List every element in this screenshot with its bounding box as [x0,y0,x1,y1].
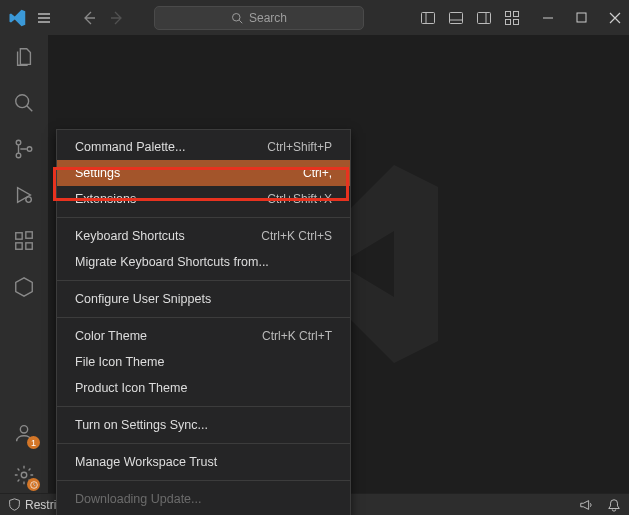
svg-rect-16 [26,243,32,249]
search-icon[interactable] [12,91,36,115]
menu-item[interactable]: File Icon Theme [57,349,350,375]
menu-separator [57,217,350,218]
svg-point-0 [232,13,240,21]
search-icon [231,12,243,24]
menu-item[interactable]: Turn on Settings Sync... [57,412,350,438]
app-menu-icon[interactable] [36,10,52,26]
svg-rect-3 [478,12,491,23]
svg-rect-8 [577,13,586,22]
menu-item-label: Keyboard Shortcuts [75,229,185,243]
window-controls [542,12,621,24]
menu-item-label: Command Palette... [75,140,185,154]
shield-icon [8,498,21,511]
menu-item[interactable]: Command Palette...Ctrl+Shift+P [57,134,350,160]
command-center-search[interactable]: Search [154,6,364,30]
svg-rect-1 [422,12,435,23]
customize-layout-icon[interactable] [504,10,520,26]
svg-point-9 [16,95,29,108]
title-bar: Search [0,0,629,35]
menu-separator [57,443,350,444]
menu-item[interactable]: Manage Workspace Trust [57,449,350,475]
toggle-secondary-sidebar-icon[interactable] [476,10,492,26]
source-control-icon[interactable] [12,137,36,161]
extensions-icon[interactable] [12,229,36,253]
menu-item-label: Product Icon Theme [75,381,187,395]
nav-arrows [80,10,126,26]
vscode-logo-icon [8,9,26,27]
svg-rect-14 [16,233,22,239]
title-bar-left: Search [8,6,364,30]
maximize-icon[interactable] [576,12,587,23]
menu-item[interactable]: Product Icon Theme [57,375,350,401]
svg-point-11 [16,153,21,158]
menu-item-label: File Icon Theme [75,355,164,369]
toggle-panel-icon[interactable] [448,10,464,26]
activity-bar: 1 [0,35,48,493]
accounts-badge: 1 [27,436,40,449]
toggle-primary-sidebar-icon[interactable] [420,10,436,26]
bell-icon [607,498,621,512]
menu-item-label: Migrate Keyboard Shortcuts from... [75,255,269,269]
accounts-icon[interactable]: 1 [12,421,36,445]
manage-update-badge [27,478,40,491]
menu-item[interactable]: Color ThemeCtrl+K Ctrl+T [57,323,350,349]
close-icon[interactable] [609,12,621,24]
menu-separator [57,280,350,281]
svg-point-12 [27,147,32,152]
minimize-icon[interactable] [542,12,554,24]
menu-item-shortcut: Ctrl+, [303,166,332,180]
menu-item-label: Color Theme [75,329,147,343]
tabnine-icon[interactable] [12,275,36,299]
menu-item[interactable]: Migrate Keyboard Shortcuts from... [57,249,350,275]
menu-item-shortcut: Ctrl+K Ctrl+S [261,229,332,243]
menu-item[interactable]: Configure User Snippets [57,286,350,312]
menu-item-label: Manage Workspace Trust [75,455,217,469]
svg-rect-7 [514,19,519,24]
manage-gear-icon[interactable] [12,463,36,487]
menu-item[interactable]: Keyboard ShortcutsCtrl+K Ctrl+S [57,223,350,249]
search-placeholder: Search [249,11,287,25]
megaphone-icon [579,498,593,512]
svg-point-19 [21,472,27,478]
svg-rect-2 [450,12,463,23]
menu-item-label: Configure User Snippets [75,292,211,306]
svg-point-13 [26,197,32,203]
svg-rect-4 [506,11,511,16]
svg-point-18 [20,426,27,433]
menu-item-shortcut: Ctrl+Shift+P [267,140,332,154]
status-notifications[interactable] [607,498,621,512]
menu-item-label: Turn on Settings Sync... [75,418,208,432]
menu-item[interactable]: ExtensionsCtrl+Shift+X [57,186,350,212]
menu-separator [57,480,350,481]
menu-item[interactable]: SettingsCtrl+, [57,160,350,186]
svg-rect-17 [26,232,32,238]
svg-rect-6 [506,19,511,24]
menu-separator [57,317,350,318]
status-feedback[interactable] [579,498,593,512]
menu-item-shortcut: Ctrl+Shift+X [267,192,332,206]
nav-forward-icon[interactable] [110,10,126,26]
menu-item-shortcut: Ctrl+K Ctrl+T [262,329,332,343]
svg-rect-15 [16,243,22,249]
run-debug-icon[interactable] [12,183,36,207]
svg-rect-5 [514,11,519,16]
workbench-body: 1 Command Palette...Ctrl+Shift+PSettings… [0,35,629,493]
svg-point-10 [16,140,21,145]
explorer-icon[interactable] [12,45,36,69]
menu-separator [57,406,350,407]
nav-back-icon[interactable] [80,10,96,26]
menu-item: Downloading Update... [57,486,350,512]
menu-item-label: Settings [75,166,120,180]
menu-item-label: Extensions [75,192,136,206]
menu-item-label: Downloading Update... [75,492,201,506]
layout-controls [420,10,520,26]
manage-menu: Command Palette...Ctrl+Shift+PSettingsCt… [56,129,351,515]
